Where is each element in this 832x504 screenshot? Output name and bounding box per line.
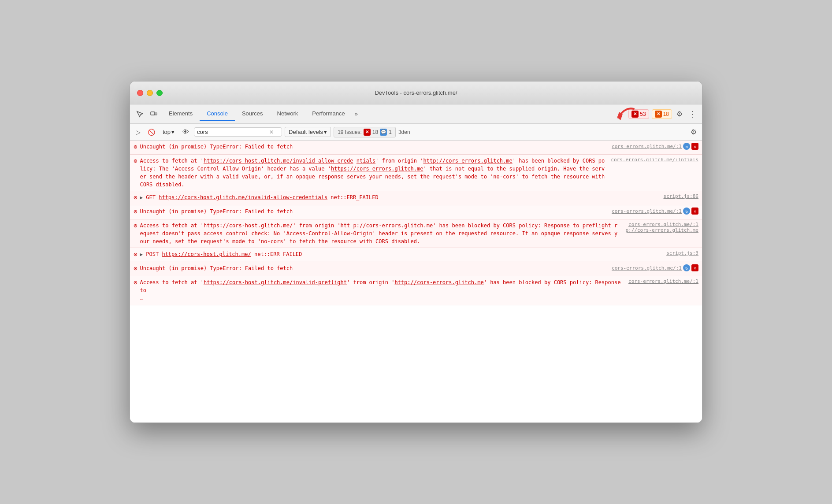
log-source[interactable]: cors-errors.glitch.me/:1 xyxy=(612,208,682,214)
issues-badge[interactable]: 19 Issues: ✕ 18 💬 1 xyxy=(334,127,396,137)
filter-input[interactable] xyxy=(197,129,267,135)
warn-count: 18 xyxy=(663,111,669,117)
settings-button[interactable]: ⚙ xyxy=(675,108,684,120)
run-script-button[interactable]: ▷ xyxy=(134,127,143,137)
log-content: Uncaught (in promise) TypeError: Failed … xyxy=(140,208,605,215)
traffic-lights xyxy=(137,90,163,96)
error-link[interactable]: https://cors-host.glitch.me/ xyxy=(204,222,293,229)
tab-performance[interactable]: Performance xyxy=(305,107,352,121)
log-source[interactable]: script.js:3 xyxy=(666,250,698,256)
log-source[interactable]: script.js:86 xyxy=(664,193,698,199)
log-content: Access to fetch at 'https://cors-host.gl… xyxy=(140,222,619,245)
close-button[interactable] xyxy=(137,90,143,96)
get-url-link[interactable]: https://cors-host.glitch.me/invalid-allo… xyxy=(159,194,327,200)
svg-rect-0 xyxy=(151,112,155,115)
log-icons: cors-errors.glitch.me/:1 ↻ ✕ xyxy=(608,143,698,150)
minimize-button[interactable] xyxy=(147,90,153,96)
device-toolbar-button[interactable] xyxy=(148,109,160,119)
log-source[interactable]: cors-errors.glitch.me/:1ntials xyxy=(611,157,698,163)
refresh-icon[interactable]: ↻ xyxy=(683,264,690,271)
more-tabs-button[interactable]: » xyxy=(352,109,360,119)
error-link-3[interactable]: p://cors-errors.glitch.me xyxy=(353,222,433,229)
log-entry: ⊗ Access to fetch at 'https://cors-host.… xyxy=(130,276,702,305)
devtools-window: DevTools - cors-errors.glitch.me/ Elemen… xyxy=(130,81,702,423)
console-settings-button[interactable]: ⚙ xyxy=(689,126,698,138)
error-link-2[interactable]: htt xyxy=(341,222,350,229)
error-link-4[interactable]: https://cors-errors.glitch.me xyxy=(331,166,423,172)
log-text: Uncaught (in promise) TypeError: Failed … xyxy=(140,208,293,215)
inspect-icon xyxy=(136,111,143,118)
filter-clear-button[interactable]: ✕ xyxy=(269,129,274,135)
error-link-2[interactable]: ntials xyxy=(357,158,375,164)
error-link[interactable]: https://cors-host.glitch.me/invalid-allo… xyxy=(204,158,353,164)
close-entry-icon[interactable]: ✕ xyxy=(691,264,698,271)
log-content: ▶ POST https://cors-host.glitch.me/ net:… xyxy=(140,250,660,259)
context-chevron: ▾ xyxy=(171,129,175,135)
close-entry-icon[interactable]: ✕ xyxy=(691,143,698,150)
warn-count-badge[interactable]: ✕ 18 xyxy=(652,109,672,119)
settings-icon: ⚙ xyxy=(676,110,683,118)
log-levels-selector[interactable]: Default levels ▾ xyxy=(285,127,331,137)
error-icon: ⊗ xyxy=(134,208,137,215)
error-x-icon: ✕ xyxy=(631,111,639,118)
hidden-count: 3den xyxy=(398,129,410,135)
issues-error-icon: ✕ xyxy=(364,129,371,136)
refresh-icon[interactable]: ↻ xyxy=(683,208,690,215)
error-link-2[interactable]: http://cors-errors.glitch.me xyxy=(394,279,483,285)
tab-sources[interactable]: Sources xyxy=(235,107,270,121)
log-icons: cors-errors.glitch.me/:1 ↻ ✕ xyxy=(608,208,698,215)
log-text: Uncaught (in promise) TypeError: Failed … xyxy=(140,144,293,150)
error-icon: ⊗ xyxy=(134,279,137,286)
context-selector[interactable]: top ▾ xyxy=(160,127,177,137)
maximize-button[interactable] xyxy=(156,90,163,96)
issues-label: 19 Issues: xyxy=(338,129,362,135)
log-levels-label: Default levels xyxy=(289,129,323,135)
log-entry: ⊗ ▶ POST https://cors-host.glitch.me/ ne… xyxy=(130,248,702,262)
log-levels-chevron: ▾ xyxy=(324,129,327,135)
tab-elements[interactable]: Elements xyxy=(162,107,200,121)
error-icon: ⊗ xyxy=(134,143,137,150)
error-icon: ⊗ xyxy=(134,265,137,272)
issues-chat-count: 1 xyxy=(389,129,392,135)
expand-icon[interactable]: ▶ xyxy=(140,252,143,257)
clear-console-button[interactable]: 🚫 xyxy=(145,127,157,137)
post-url-link[interactable]: https://cors-host.glitch.me/ xyxy=(162,251,251,257)
log-icons: cors-errors.glitch.me/:1 ↻ ✕ xyxy=(608,264,698,271)
error-link-3[interactable]: http://cors-errors.glitch.me xyxy=(423,158,512,164)
log-content: Uncaught (in promise) TypeError: Failed … xyxy=(140,143,605,151)
log-source[interactable]: cors-errors.glitch.me/:1 xyxy=(612,144,682,149)
log-source[interactable]: cors-errors.glitch.me/:1p://cors-errors.… xyxy=(625,222,698,233)
log-source[interactable]: cors-errors.glitch.me/:1 xyxy=(628,278,698,284)
inspect-element-button[interactable] xyxy=(134,109,146,119)
error-icon: ⊗ xyxy=(134,251,137,258)
more-options-icon: ⋮ xyxy=(689,110,697,119)
log-entry: ⊗ Uncaught (in promise) TypeError: Faile… xyxy=(130,205,702,219)
error-icon: ⊗ xyxy=(134,194,137,201)
expand-icon[interactable]: ▶ xyxy=(140,195,143,200)
toolbar-right: ✕ 53 ✕ 18 ⚙ ⋮ xyxy=(628,107,698,121)
tab-console[interactable]: Console xyxy=(200,107,235,121)
svg-rect-1 xyxy=(155,113,157,115)
issues-chat-icon: 💬 xyxy=(380,129,387,136)
live-expressions-button[interactable]: 👁 xyxy=(180,127,191,137)
issues-error-count: 18 xyxy=(372,129,378,135)
error-icon: ⊗ xyxy=(134,157,137,164)
log-source[interactable]: cors-errors.glitch.me/:1 xyxy=(612,265,682,271)
console-body[interactable]: ⊗ Uncaught (in promise) TypeError: Faile… xyxy=(130,141,702,422)
main-toolbar: Elements Console Sources Network Perform… xyxy=(130,104,702,124)
tab-list: Elements Console Sources Network Perform… xyxy=(162,107,627,121)
log-text: Uncaught (in promise) TypeError: Failed … xyxy=(140,265,293,271)
more-options-button[interactable]: ⋮ xyxy=(687,107,698,121)
refresh-icon[interactable]: ↻ xyxy=(683,143,690,150)
error-count-badge[interactable]: ✕ 53 xyxy=(628,109,649,119)
log-content: Access to fetch at 'https://cors-host.gl… xyxy=(140,278,622,303)
console-settings-icon: ⚙ xyxy=(691,128,697,136)
log-entry: ⊗ ▶ GET https://cors-host.glitch.me/inva… xyxy=(130,191,702,205)
device-icon xyxy=(150,111,157,118)
log-entry: ⊗ Uncaught (in promise) TypeError: Faile… xyxy=(130,262,702,276)
close-entry-icon[interactable]: ✕ xyxy=(691,208,698,215)
error-link[interactable]: https://cors-host.glitch.me/invalid-pref… xyxy=(204,279,347,285)
filter-input-wrapper: ✕ xyxy=(194,127,282,137)
tab-network[interactable]: Network xyxy=(270,107,305,121)
error-count: 53 xyxy=(640,111,646,117)
